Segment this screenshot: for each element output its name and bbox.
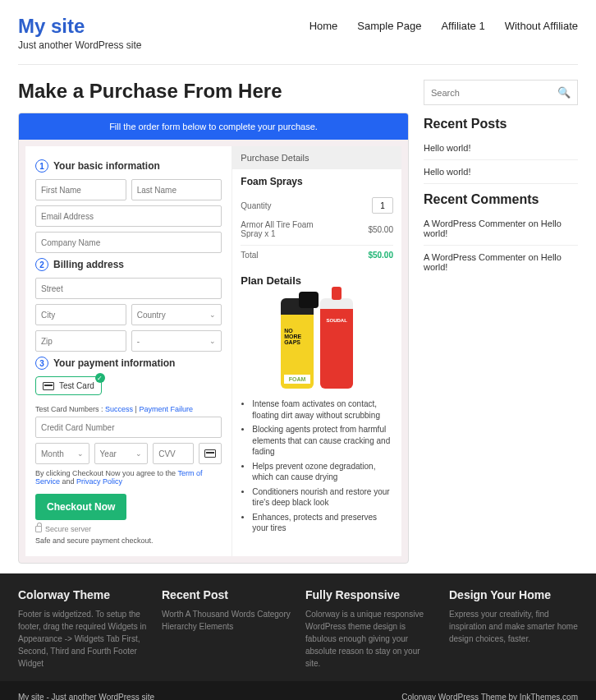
total-value: $50.00 — [368, 251, 393, 260]
product-image: NOMOREGAPS FOAM SOUDAL — [232, 292, 401, 395]
chevron-down-icon: ⌄ — [77, 449, 84, 458]
terms-note: By clicking Checkout Now you agree to th… — [35, 469, 222, 486]
email-input[interactable] — [35, 205, 222, 227]
line-item: Armor All Tire Foam Spray x 1 — [241, 220, 323, 238]
chevron-down-icon: ⌄ — [135, 449, 142, 458]
step-payment: 3 Your payment information — [35, 357, 222, 370]
recent-posts-header: Recent Posts — [424, 117, 578, 131]
last-name-input[interactable] — [131, 179, 222, 200]
checkout-banner: Fill the order form below to complete yo… — [19, 113, 408, 140]
list-item: Intense foam activates on contact, float… — [252, 398, 393, 421]
nav-affiliate[interactable]: Affiliate 1 — [441, 20, 484, 32]
success-link[interactable]: Success — [105, 405, 133, 413]
search-input[interactable] — [431, 88, 557, 98]
purchase-details-header: Purchase Details — [232, 146, 401, 169]
check-icon: ✓ — [95, 373, 105, 383]
privacy-link[interactable]: Privacy Policy — [76, 477, 122, 486]
test-card-note: Test Card Numbers : Success | Payment Fa… — [35, 405, 222, 413]
foam-can-2: SOUDAL — [320, 298, 353, 389]
plan-bullet-list: Intense foam activates on contact, float… — [232, 395, 401, 546]
company-input[interactable] — [35, 232, 222, 253]
country-select[interactable]: Country⌄ — [131, 304, 222, 325]
step-billing: 2 Billing address — [35, 258, 222, 271]
chevron-down-icon: ⌄ — [209, 311, 216, 319]
page-title: Make a Purchase From Here — [18, 80, 409, 103]
nav-sample[interactable]: Sample Page — [357, 20, 421, 32]
search-icon[interactable]: 🔍 — [557, 86, 571, 99]
main-nav: Home Sample Page Affiliate 1 Without Aff… — [309, 15, 578, 32]
city-input[interactable] — [35, 304, 126, 325]
chevron-down-icon: ⌄ — [209, 337, 216, 345]
list-item: Conditioners nourish and restore your ti… — [252, 486, 393, 509]
nav-without-affiliate[interactable]: Without Affiliate — [505, 20, 578, 32]
safe-note: Safe and secure payment checkout. — [35, 537, 222, 545]
failure-link[interactable]: Payment Failure — [139, 405, 193, 413]
recent-comment-link[interactable]: A WordPress Commenter on Hello world! — [424, 212, 578, 246]
qty-label: Quantity — [241, 201, 271, 210]
cc-number-input[interactable] — [35, 417, 222, 438]
foam-can-1: NOMOREGAPS FOAM — [281, 298, 314, 389]
list-item: Blocking agents protect from harmful ele… — [252, 424, 393, 458]
list-item: Helps prevent ozone degradation, which c… — [252, 461, 393, 483]
card-icon — [43, 382, 54, 390]
checkout-form: Fill the order form below to complete yo… — [18, 113, 409, 564]
step-num-3: 3 — [35, 357, 48, 370]
footer-col-4: Design Your HomeExpress your creativity,… — [449, 588, 578, 670]
recent-post-link[interactable]: Hello world! — [424, 136, 578, 160]
nav-home[interactable]: Home — [309, 20, 338, 32]
qty-input[interactable] — [372, 197, 393, 214]
site-title[interactable]: My site — [18, 15, 142, 38]
footer-col-1: Colorway ThemeFooter is widgetized. To s… — [18, 588, 147, 670]
search-box[interactable]: 🔍 — [424, 80, 578, 105]
footer-col-2: Recent PostWorth A Thousand Words Catego… — [162, 588, 291, 670]
site-tagline: Just another WordPress site — [18, 39, 142, 51]
product-name: Foam Sprays — [241, 176, 393, 187]
step-title-2: Billing address — [53, 259, 124, 270]
checkout-button[interactable]: Checkout Now — [35, 494, 126, 520]
card-type-icon — [199, 443, 222, 464]
street-input[interactable] — [35, 278, 222, 299]
recent-comment-link[interactable]: A WordPress Commenter on Hello world! — [424, 246, 578, 279]
total-label: Total — [241, 251, 258, 260]
cvv-input[interactable] — [153, 443, 194, 464]
zip-input[interactable] — [35, 330, 126, 352]
test-card-button[interactable]: Test Card ✓ — [35, 376, 102, 395]
step-num-1: 1 — [35, 159, 48, 173]
list-item: Enhances, protects and preserves your ti… — [252, 512, 393, 534]
footer-col-3: Fully ResponsiveColorway is a unique res… — [305, 588, 434, 670]
year-select[interactable]: Year⌄ — [94, 443, 149, 464]
first-name-input[interactable] — [35, 179, 126, 200]
step-basic-info: 1 Your basic information — [35, 159, 222, 173]
month-select[interactable]: Month⌄ — [35, 443, 89, 464]
recent-comments-header: Recent Comments — [424, 192, 578, 207]
state-select[interactable]: -⌄ — [131, 330, 222, 352]
secure-server: Secure server — [35, 525, 222, 533]
lock-icon — [35, 526, 42, 532]
recent-post-link[interactable]: Hello world! — [424, 160, 578, 184]
plan-details-header: Plan Details — [232, 269, 401, 292]
step-title-3: Your payment information — [53, 357, 175, 369]
brand: My site Just another WordPress site — [18, 15, 142, 51]
step-title-1: Your basic information — [53, 160, 160, 172]
footer-site-info: My site - Just another WordPress site — [18, 693, 154, 700]
line-price: $50.00 — [368, 225, 393, 234]
step-num-2: 2 — [35, 258, 48, 271]
footer-credit[interactable]: Colorway WordPress Theme by InkThemes.co… — [401, 693, 578, 700]
